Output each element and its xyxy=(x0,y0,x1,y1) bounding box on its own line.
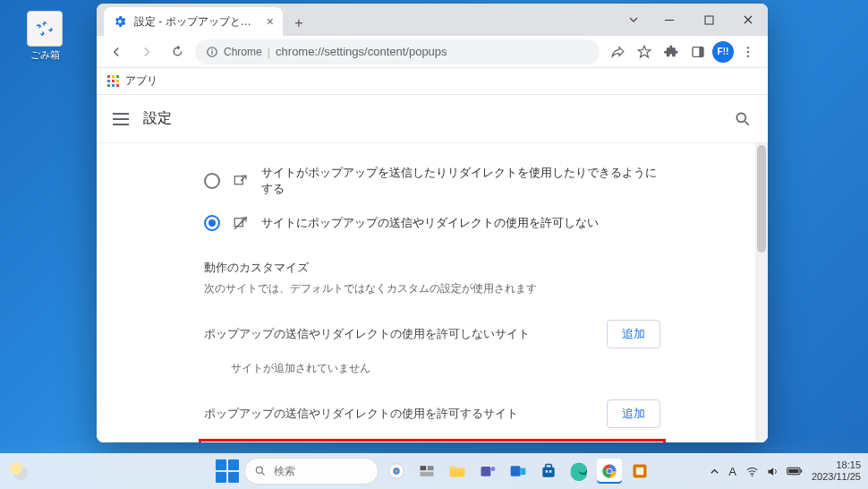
svg-rect-41 xyxy=(788,469,798,474)
popup-allow-icon xyxy=(233,173,249,189)
svg-rect-29 xyxy=(546,465,552,468)
wifi-icon[interactable] xyxy=(745,465,759,478)
taskbar-app-chrome[interactable] xyxy=(597,459,622,484)
option-block-label: サイトにポップアップの送信やリダイレクトの使用を許可しない xyxy=(261,215,599,231)
svg-rect-1 xyxy=(705,16,713,24)
svg-point-9 xyxy=(747,55,749,56)
tab-title: 設定 - ポップアップとリダイレクト xyxy=(134,14,260,30)
window-minimize-button[interactable] xyxy=(650,5,689,34)
svg-point-36 xyxy=(608,469,612,474)
taskbar-app-outlook[interactable] xyxy=(506,459,531,484)
taskbar-widgets[interactable] xyxy=(9,461,29,481)
svg-rect-31 xyxy=(549,470,552,473)
allow-list-label: ポップアップの送信やリダイレクトの使用を許可するサイト xyxy=(204,406,518,422)
block-list-label: ポップアップの送信やリダイレクトの使用を許可しないサイト xyxy=(204,326,530,342)
customize-description: 次のサイトでは、デフォルトではなくカスタムの設定が使用されます xyxy=(199,281,666,296)
block-list-empty-text: サイトが追加されていません xyxy=(199,348,666,376)
share-icon[interactable] xyxy=(605,39,630,64)
browser-tab[interactable]: 設定 - ポップアップとリダイレクト × xyxy=(104,7,283,36)
customize-heading: 動作のカスタマイズ xyxy=(199,260,666,276)
window-close-button[interactable] xyxy=(728,5,768,34)
page-title: 設定 xyxy=(143,109,172,128)
taskbar-app-teams[interactable] xyxy=(475,459,500,484)
svg-rect-3 xyxy=(211,50,212,54)
taskbar-search-placeholder: 検索 xyxy=(274,464,295,479)
profile-avatar[interactable]: F!! xyxy=(712,41,734,63)
ime-indicator[interactable]: A xyxy=(728,465,736,478)
radio-selected-icon xyxy=(204,215,220,231)
svg-point-19 xyxy=(395,469,398,473)
svg-rect-21 xyxy=(428,466,434,470)
window-titlebar: 設定 - ポップアップとリダイレクト × + xyxy=(97,4,768,36)
nav-forward-button[interactable] xyxy=(134,39,159,64)
volume-icon[interactable] xyxy=(766,465,779,478)
new-tab-button[interactable]: + xyxy=(286,11,311,36)
recycle-bin-label: ごみ箱 xyxy=(20,48,70,62)
svg-rect-6 xyxy=(699,47,703,56)
tab-search-icon[interactable] xyxy=(617,5,650,34)
desktop-recycle-bin[interactable]: ごみ箱 xyxy=(20,11,70,62)
address-bar[interactable]: Chrome | chrome://settings/content/popup… xyxy=(195,39,600,64)
block-list-add-button[interactable]: 追加 xyxy=(607,320,660,348)
svg-point-25 xyxy=(490,467,495,471)
svg-rect-42 xyxy=(801,470,803,473)
svg-rect-23 xyxy=(450,469,465,476)
svg-point-8 xyxy=(747,50,749,52)
svg-rect-4 xyxy=(211,48,212,49)
search-icon xyxy=(254,465,267,477)
clock-date: 2023/11/25 xyxy=(812,471,861,483)
taskbar-app-edge[interactable] xyxy=(566,459,591,484)
svg-rect-26 xyxy=(511,466,521,476)
svg-point-17 xyxy=(256,467,262,473)
omnibox-scheme: Chrome xyxy=(224,46,262,58)
window-maximize-button[interactable] xyxy=(689,5,728,34)
apps-grid-icon[interactable] xyxy=(107,75,120,88)
settings-header: 設定 xyxy=(97,95,768,143)
svg-point-39 xyxy=(752,475,753,476)
weather-icon xyxy=(9,461,29,481)
menu-icon[interactable] xyxy=(113,113,129,125)
start-button[interactable] xyxy=(216,459,239,483)
option-allow-label: サイトがポップアップを送信したりリダイレクトを使用したりできるようにする xyxy=(261,165,660,197)
apps-label[interactable]: アプリ xyxy=(125,73,157,89)
nav-reload-button[interactable] xyxy=(165,39,190,64)
taskbar-search[interactable]: 検索 xyxy=(244,458,379,485)
taskbar-app-copilot[interactable] xyxy=(384,459,409,484)
svg-point-10 xyxy=(736,113,745,122)
bookmark-star-icon[interactable] xyxy=(632,39,657,64)
popup-block-icon xyxy=(233,215,249,231)
svg-rect-22 xyxy=(421,472,434,476)
omnibox-url: chrome://settings/content/popups xyxy=(276,45,447,58)
settings-search-icon[interactable] xyxy=(734,110,752,128)
taskbar-clock[interactable]: 18:15 2023/11/25 xyxy=(812,459,861,482)
taskbar-app-generic[interactable] xyxy=(627,459,652,484)
default-behavior-block-option[interactable]: サイトにポップアップの送信やリダイレクトの使用を許可しない xyxy=(199,206,666,240)
svg-rect-24 xyxy=(481,467,491,476)
scrollbar-thumb[interactable] xyxy=(757,145,766,253)
svg-rect-20 xyxy=(421,466,427,470)
clock-time: 18:15 xyxy=(812,459,861,471)
svg-rect-0 xyxy=(665,20,674,21)
svg-rect-27 xyxy=(521,468,526,476)
bookmarks-bar: アプリ xyxy=(97,68,768,95)
svg-point-7 xyxy=(747,47,749,48)
settings-favicon-icon xyxy=(113,14,127,29)
radio-unselected-icon xyxy=(204,173,220,189)
tray-chevron-icon[interactable] xyxy=(710,467,719,476)
taskbar-app-store[interactable] xyxy=(536,459,561,484)
svg-rect-38 xyxy=(636,468,643,475)
extensions-icon[interactable] xyxy=(659,39,684,64)
highlight-box: F!! https://func.jp ▶ xyxy=(199,439,666,442)
scrollbar[interactable] xyxy=(755,143,768,442)
chrome-menu-icon[interactable] xyxy=(736,39,761,64)
tab-close-icon[interactable]: × xyxy=(267,14,274,29)
settings-content: サイトがポップアップを送信したりリダイレクトを使用したりできるようにする サイト… xyxy=(97,143,768,442)
nav-back-button[interactable] xyxy=(104,39,129,64)
taskbar-app-explorer[interactable] xyxy=(445,459,470,484)
omnibox-separator: | xyxy=(268,45,270,58)
default-behavior-allow-option[interactable]: サイトがポップアップを送信したりリダイレクトを使用したりできるようにする xyxy=(199,156,666,206)
battery-icon[interactable] xyxy=(787,466,803,476)
taskbar-app-taskview[interactable] xyxy=(414,459,439,484)
allow-list-add-button[interactable]: 追加 xyxy=(607,399,660,428)
sidepanel-icon[interactable] xyxy=(685,39,711,64)
